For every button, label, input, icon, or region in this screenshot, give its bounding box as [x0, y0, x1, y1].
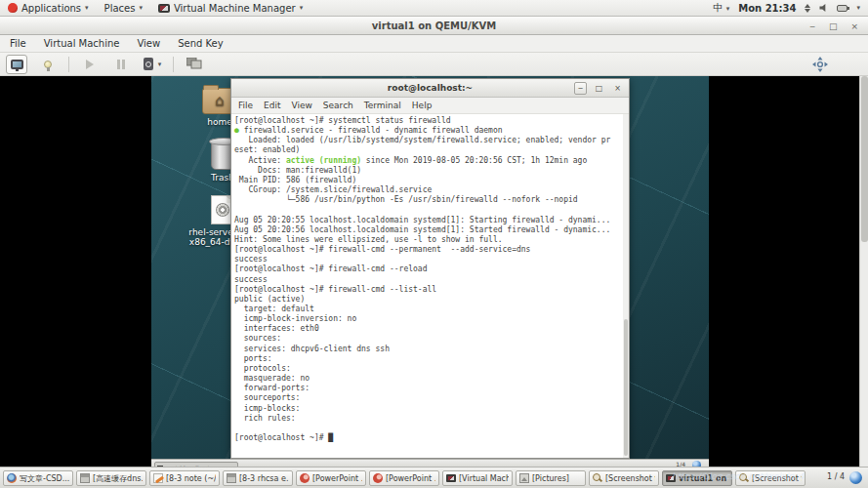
places-menu-label: Places	[104, 3, 136, 14]
dual-monitors-icon	[186, 58, 202, 70]
pause-vm-button[interactable]	[110, 55, 132, 74]
terminal-line: forward-ports:	[234, 384, 626, 393]
vm-menu-virtual-machine[interactable]: Virtual Machine	[44, 38, 120, 49]
terminal-minimize-button[interactable]: ‒	[574, 82, 587, 95]
terminal-menu-file[interactable]: File	[238, 101, 253, 110]
terminal-line: icmp-block-inversion: no	[234, 314, 626, 324]
terminal-text: [root@localhost ~]#	[234, 433, 328, 442]
terminal-line: protocols:	[234, 364, 626, 374]
app-window-menu[interactable]: Virtual Machine Manager ▾	[150, 0, 310, 16]
redhat-icon	[8, 3, 18, 13]
terminal-text: success	[234, 255, 268, 264]
taskbar-sphere-icon[interactable]	[849, 471, 862, 484]
terminal-menu-view[interactable]: View	[292, 101, 312, 110]
console-monitor-button[interactable]	[6, 55, 27, 74]
vm-menu-send-key[interactable]: Send Key	[178, 38, 224, 49]
vm-maximize-button[interactable]: □	[829, 21, 838, 31]
terminal-line: eset: enabled)	[234, 145, 626, 155]
fullscreen-move-icon	[812, 57, 828, 72]
taskbar-item-virtual-mach[interactable]: [Virtual Mach...	[442, 470, 513, 486]
display-scrollbar[interactable]	[859, 76, 868, 467]
terminal-text: since Mon 2019-08-05 20:20:56 CST; 1h 12…	[361, 156, 587, 165]
taskbar-item-powerpoint[interactable]: [PowerPoint ...	[296, 470, 366, 486]
terminal-scrollbar[interactable]	[623, 114, 629, 458]
terminal-titlebar[interactable]: root@localhost:~ ‒ □ ×	[231, 79, 629, 98]
vm-window-titlebar[interactable]: virtual1 on QEMU/KVM ‒ □ ×	[0, 17, 868, 35]
terminal-menu-search[interactable]: Search	[323, 101, 353, 110]
terminal-line: Main PID: 586 (firewalld)	[234, 176, 626, 185]
workspace-pager[interactable]: 1 / 4	[827, 472, 845, 481]
input-method-indicator[interactable]: 中 ▾	[714, 1, 730, 15]
terminal-text: eset: enabled)	[234, 145, 300, 154]
vm-close-button[interactable]: ×	[850, 21, 858, 31]
window-icon	[80, 473, 90, 483]
taskbar-item-powerpoint[interactable]: [PowerPoint ...	[369, 470, 439, 486]
taskbar-item-8-3-note[interactable]: [8-3 note (~/...	[149, 470, 220, 486]
scrollbar-thumb[interactable]	[624, 319, 628, 456]
vm-menu-file[interactable]: File	[10, 38, 26, 49]
terminal-text: protocols:	[234, 364, 296, 373]
vm-window-title: virtual1 on QEMU/KVM	[372, 20, 496, 31]
terminal-text: ports:	[234, 354, 276, 363]
screenshot-button[interactable]	[184, 55, 205, 74]
monitor-icon	[11, 60, 23, 69]
taskbar-item-pictures[interactable]: [Pictures]	[516, 470, 586, 486]
clock[interactable]: Mon 21:34	[738, 3, 796, 14]
taskbar-item-csd[interactable]: 写文章-CSD...	[3, 470, 73, 486]
terminal-line: icmp-blocks:	[234, 404, 626, 414]
pause-icon	[117, 60, 125, 69]
network-arrows-icon[interactable]	[805, 4, 810, 13]
run-vm-button[interactable]	[79, 55, 101, 74]
battery-icon[interactable]	[837, 5, 847, 12]
power-icon	[144, 58, 153, 70]
taskbar-item-8-3-rhcsa-e[interactable]: [8-3 rhcsa e...	[223, 470, 293, 486]
scrollbar-thumb[interactable]	[861, 76, 868, 242]
volume-icon[interactable]	[819, 4, 828, 13]
terminal-line: └─586 /usr/bin/python -Es /usr/sbin/fire…	[234, 195, 626, 205]
taskbar-item-label: [8-3 rhcsa e...	[239, 474, 289, 483]
terminal-output: [root@localhost ~]# systemctl status fir…	[231, 114, 629, 445]
host-top-panel: Applications ▾ Places ▾ Virtual Machine …	[0, 0, 868, 17]
taskbar-item-dns[interactable]: [高速缓存dns...	[76, 470, 146, 486]
virt-manager-icon	[158, 4, 170, 13]
places-menu[interactable]: Places ▾	[97, 0, 150, 16]
shutdown-vm-button[interactable]: ▾	[142, 55, 163, 74]
terminal-line: [root@localhost ~]# █	[234, 433, 626, 443]
terminal-line: [root@localhost ~]# firewall-cmd --list-…	[234, 285, 626, 295]
terminal-maximize-button[interactable]: □	[593, 82, 605, 95]
guest-bottom-panel: root@localhost:~ 1/4	[151, 459, 709, 467]
taskbar-item-label: [Screenshot f...	[752, 474, 802, 483]
applications-menu[interactable]: Applications ▾	[0, 0, 97, 16]
taskbar-item-label: [Virtual Mach...	[459, 474, 509, 483]
terminal-text: interfaces: eth0	[234, 324, 319, 333]
fullscreen-button[interactable]	[809, 55, 831, 74]
terminal-window[interactable]: root@localhost:~ ‒ □ × FileEditViewSearc…	[230, 78, 630, 459]
terminal-line: [root@localhost ~]# firewall-cmd --perma…	[234, 245, 626, 255]
taskbar-item-screenshot-f[interactable]: [Screenshot f...	[735, 470, 806, 486]
terminal-line	[234, 424, 626, 433]
terminal-menu-edit[interactable]: Edit	[264, 101, 280, 110]
taskbar-item-screenshot-f[interactable]: [Screenshot f...	[589, 470, 659, 486]
status-caret-icon[interactable]: ▾	[856, 4, 860, 12]
terminal-line: ● firewalld.service - firewalld - dynami…	[234, 126, 626, 136]
taskbar-item-virtual1-on-q[interactable]: virtual1 on Q...	[662, 470, 732, 486]
terminal-line: Aug 05 20:20:56 localhost.localdomain sy…	[234, 225, 626, 235]
terminal-line: Loaded: loaded (/usr/lib/systemd/system/…	[234, 136, 626, 145]
vm-minimize-button[interactable]: ‒	[809, 21, 815, 31]
vm-menu-view[interactable]: View	[137, 38, 160, 49]
taskbar-item-label: [8-3 note (~/...	[166, 474, 216, 483]
terminal-close-button[interactable]: ×	[611, 82, 624, 95]
terminal-text: icmp-blocks:	[234, 404, 305, 413]
terminal-line: [root@localhost ~]# firewall-cmd --reloa…	[234, 264, 626, 274]
terminal-body[interactable]: [root@localhost ~]# systemctl status fir…	[231, 114, 629, 458]
terminal-line: rich rules:	[234, 414, 626, 424]
terminal-menu-help[interactable]: Help	[412, 101, 433, 110]
terminal-line: masquerade: no	[234, 374, 626, 384]
terminal-text: icmp-block-inversion: no	[234, 314, 356, 323]
terminal-text: Docs: man:firewalld(1)	[234, 166, 361, 175]
terminal-text: public (active)	[234, 295, 305, 304]
terminal-menu-terminal[interactable]: Terminal	[364, 101, 401, 110]
hardware-details-button[interactable]	[37, 55, 59, 74]
caret-down-icon: ▾	[300, 4, 304, 12]
terminal-text: active (running)	[286, 156, 361, 165]
